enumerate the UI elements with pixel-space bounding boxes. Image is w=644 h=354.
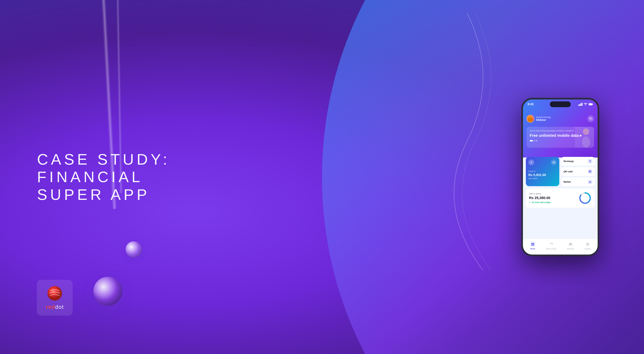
- check-icon: ✓: [529, 201, 531, 204]
- rewards-label: Rewards: [567, 248, 574, 250]
- svg-point-8: [583, 128, 589, 135]
- market-icon: [588, 179, 592, 184]
- avatar: [526, 115, 534, 123]
- battery-icon: [588, 103, 593, 106]
- spend-label: Safe to spend: [529, 193, 551, 195]
- svg-rect-26: [590, 182, 590, 182]
- explore-label: Explore: [585, 248, 591, 250]
- market-label: Market: [564, 181, 571, 183]
- phone-mockup: 9:41: [522, 98, 599, 256]
- home-icon: [530, 241, 536, 247]
- svg-rect-30: [533, 243, 534, 244]
- svg-point-5: [528, 120, 533, 123]
- recharge-button[interactable]: Recharge: [561, 157, 595, 166]
- spend-info: Safe to spend Rs 25,380.00 ✓ On track wi…: [529, 193, 551, 204]
- svg-rect-20: [589, 172, 590, 172]
- qr-code-icon: [588, 169, 592, 174]
- phone-header: Good morning, Shikha! You've been loving…: [523, 106, 598, 158]
- page-title: CASE STUDY: FINANCIAL SUPER APP: [37, 151, 170, 203]
- greeting-text: Good morning,: [536, 116, 551, 118]
- recharge-icon: [588, 159, 592, 164]
- recharge-label: Recharge: [564, 160, 574, 163]
- svg-point-11: [554, 162, 554, 163]
- status-icons: [578, 101, 593, 106]
- wallet-card[interactable]: + Cash in Rs 5,931.00 Main Wallet: [526, 157, 559, 186]
- greeting-name: Shikha!: [536, 118, 551, 122]
- wallet-name: Main Wallet: [528, 177, 557, 179]
- logo-label: reddot: [46, 304, 64, 310]
- greeting-block: Good morning, Shikha!: [536, 116, 551, 122]
- reddot-logo-icon: [47, 285, 63, 301]
- nav-home[interactable]: Home: [530, 241, 536, 250]
- dot-1: [530, 140, 533, 141]
- spend-amount: Rs 25,380.00: [529, 196, 551, 200]
- svg-rect-29: [532, 243, 532, 244]
- right-actions: Recharge QR code: [561, 157, 595, 186]
- wifi-icon: [584, 103, 587, 106]
- svg-rect-18: [590, 171, 591, 171]
- logo-box: reddot: [37, 280, 72, 315]
- svg-point-4: [529, 116, 532, 120]
- dot-3: [536, 140, 538, 141]
- svg-rect-32: [533, 244, 534, 246]
- svg-rect-22: [591, 172, 591, 173]
- phone-frame: 9:41: [522, 98, 599, 256]
- on-track-status: ✓ On track with budget: [529, 201, 551, 204]
- phone-screen: 9:41: [523, 99, 598, 255]
- svg-rect-23: [590, 172, 591, 173]
- svg-rect-3: [592, 104, 593, 105]
- move-money-label: Move money: [546, 248, 556, 250]
- signal-bars: [578, 103, 582, 106]
- move-money-icon: [548, 241, 554, 247]
- nav-explore[interactable]: Explore: [585, 241, 591, 250]
- dynamic-island: [550, 101, 571, 107]
- user-info: Good morning, Shikha!: [526, 115, 551, 123]
- svg-point-14: [590, 162, 590, 162]
- svg-rect-16: [589, 171, 590, 171]
- dot-2: [534, 140, 535, 141]
- progress-circle: [579, 192, 592, 205]
- add-button[interactable]: +: [528, 159, 534, 165]
- bottom-nav: Home Move money: [523, 239, 598, 255]
- qr-code-button[interactable]: QR code: [561, 167, 595, 176]
- svg-rect-31: [532, 244, 532, 246]
- home-label: Home: [530, 248, 535, 250]
- svg-point-9: [582, 136, 590, 148]
- quick-actions: + Cash in Rs 5,931.00 Main Wallet: [523, 154, 598, 186]
- eye-button[interactable]: [551, 159, 557, 165]
- promo-banner[interactable]: You've been loving data lately, so here'…: [526, 127, 594, 148]
- wallet-card-top: +: [528, 159, 557, 165]
- market-button[interactable]: Market: [561, 177, 595, 186]
- rewards-icon: [568, 241, 574, 247]
- status-time: 9:41: [528, 101, 534, 106]
- qr-code-label: QR code: [564, 170, 573, 173]
- svg-rect-21: [590, 172, 590, 172]
- nav-rewards[interactable]: Rewards: [567, 241, 574, 250]
- wallet-label: Cash in: [528, 170, 557, 172]
- glass-ball-1: [94, 277, 122, 306]
- chat-icon[interactable]: [587, 115, 594, 122]
- svg-rect-2: [589, 104, 592, 105]
- glass-ball-2: [126, 241, 142, 258]
- banner-image: [575, 127, 594, 148]
- wallet-amount: Rs 5,931.00: [528, 173, 557, 177]
- explore-icon: [585, 241, 590, 247]
- svg-rect-13: [590, 160, 590, 161]
- safe-to-spend-section: Safe to spend Rs 25,380.00 ✓ On track wi…: [526, 188, 595, 208]
- nav-move-money[interactable]: Move money: [546, 241, 556, 250]
- left-content: CASE STUDY: FINANCIAL SUPER APP: [37, 151, 170, 203]
- header-top: Good morning, Shikha!: [526, 106, 594, 125]
